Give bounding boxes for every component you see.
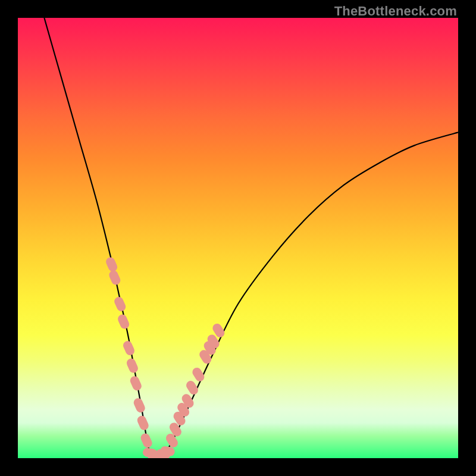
highlight-dot: [111, 262, 113, 267]
highlight-dot: [186, 399, 189, 403]
highlight-dot: [217, 328, 220, 333]
curve-path-group: [44, 18, 458, 458]
highlight-dot: [119, 302, 121, 307]
highlight-dot: [165, 450, 170, 452]
highlight-dot: [212, 339, 215, 344]
highlight-dot: [208, 346, 211, 350]
highlight-dot: [145, 438, 148, 443]
highlight-dot: [138, 403, 140, 408]
plot-area: [18, 18, 458, 458]
highlight-dot: [178, 416, 181, 421]
highlight-dot: [191, 386, 194, 390]
attribution-label: TheBottleneck.com: [334, 4, 457, 19]
dots-bottom: [148, 450, 171, 456]
highlight-dot: [128, 346, 130, 351]
highlight-dot: [142, 420, 144, 425]
highlight-dot: [123, 319, 125, 324]
dots-left: [111, 262, 148, 443]
highlight-dot: [134, 381, 137, 386]
bottleneck-curve: [44, 18, 458, 458]
highlight-dot: [114, 275, 116, 280]
highlight-dot: [174, 427, 177, 432]
curve-svg: [18, 18, 458, 458]
chart-frame: TheBottleneck.com: [0, 0, 476, 476]
dots-right: [171, 328, 220, 443]
highlight-dot: [182, 408, 185, 412]
highlight-dot: [197, 372, 200, 377]
highlight-dot: [171, 438, 174, 443]
highlight-dot: [131, 363, 133, 368]
highlight-dot: [204, 355, 207, 359]
